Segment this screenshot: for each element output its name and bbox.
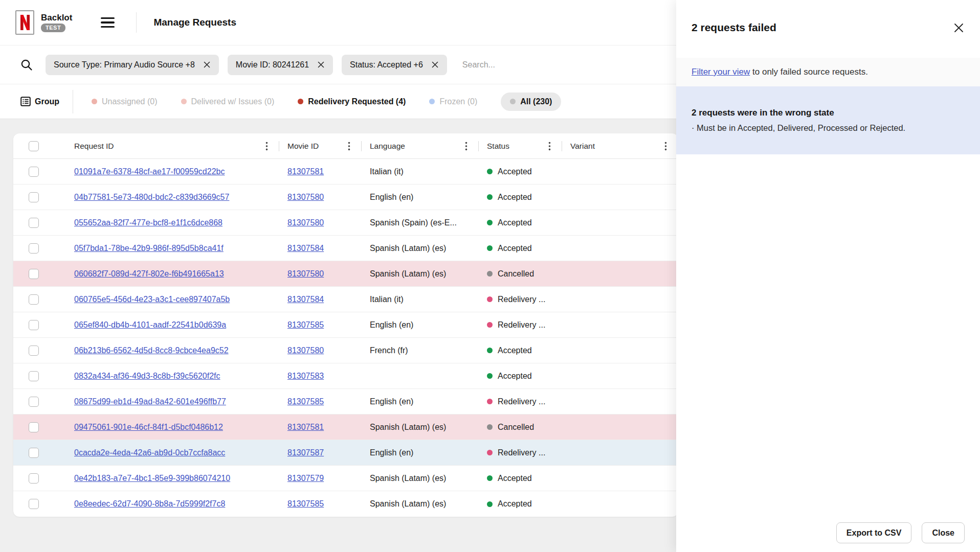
table-row[interactable]: 055652aa-82f7-477e-bcf8-e1f1c6dce868 813…	[13, 210, 678, 236]
wrong-state-info-box: 2 requests were in the wrong state · Mus…	[676, 86, 980, 154]
row-checkbox[interactable]	[29, 473, 39, 484]
row-checkbox[interactable]	[29, 422, 39, 432]
page-title: Manage Requests	[153, 17, 236, 28]
language-cell: Spanish (Latam) (es)	[362, 244, 479, 253]
filter-chip-status[interactable]: Status: Accepted +6	[342, 55, 447, 75]
group-list-icon	[20, 97, 31, 106]
column-menu-icon[interactable]	[347, 141, 351, 152]
request-id-link[interactable]: 0e8eedec-62d7-4090-8b8a-7d5999f2f7c8	[74, 499, 225, 508]
movie-id-link[interactable]: 81307584	[287, 244, 324, 252]
request-id-link[interactable]: 055652aa-82f7-477e-bcf8-e1f1c6dce868	[74, 218, 222, 227]
table-row[interactable]: 0832a434-af36-49d3-8c8b-f39c5620f2fc 813…	[13, 363, 678, 389]
status-cell: Accepted	[479, 346, 562, 355]
request-id-link[interactable]: 09475061-901e-46cf-84f1-d5bcf0486b12	[74, 423, 223, 431]
tab-redelivery-requested-4[interactable]: Redelivery Requested (4)	[298, 97, 406, 106]
row-checkbox[interactable]	[29, 192, 39, 202]
table-row[interactable]: 065ef840-db4b-4101-aadf-22541b0d639a 813…	[13, 312, 678, 338]
panel-close-button[interactable]	[953, 22, 965, 34]
row-checkbox[interactable]	[29, 243, 39, 254]
row-checkbox[interactable]	[29, 167, 39, 177]
status-label: Redelivery ...	[498, 448, 545, 457]
table-row[interactable]: 01091a7e-6378-48cf-ae17-f00959cd22bc 813…	[13, 159, 678, 185]
request-id-link[interactable]: 01091a7e-6378-48cf-ae17-f00959cd22bc	[74, 167, 225, 176]
table-row[interactable]: 09475061-901e-46cf-84f1-d5bcf0486b12 813…	[13, 415, 678, 440]
netflix-logo[interactable]	[15, 10, 34, 35]
tab-delivered-w-issues-0[interactable]: Delivered w/ Issues (0)	[181, 97, 275, 106]
request-id-link[interactable]: 0cacda2e-4eda-42a6-ab9d-0cb7ccfa8acc	[74, 448, 225, 457]
movie-id-link[interactable]: 81307584	[287, 295, 324, 304]
movie-id-link[interactable]: 81307580	[287, 346, 324, 355]
movie-id-link[interactable]: 81307579	[287, 474, 324, 482]
column-menu-icon[interactable]	[547, 141, 552, 152]
tab-frozen-0[interactable]: Frozen (0)	[429, 97, 477, 106]
movie-id-link[interactable]: 81307583	[287, 372, 324, 380]
movie-id-cell: 81307581	[279, 423, 362, 432]
movie-id-cell: 81307581	[279, 167, 362, 176]
request-id-link[interactable]: 060682f7-089d-427f-802e-f6b491665a13	[74, 269, 224, 278]
movie-id-link[interactable]: 81307580	[287, 218, 324, 227]
row-checkbox[interactable]	[29, 294, 39, 305]
row-checkbox[interactable]	[29, 499, 39, 509]
table-row[interactable]: 04b77581-5e73-480d-bdc2-c839d3669c57 813…	[13, 185, 678, 210]
filter-your-view-link[interactable]: Filter your view	[692, 67, 750, 77]
movie-id-link[interactable]: 81307585	[287, 397, 324, 406]
row-checkbox[interactable]	[29, 346, 39, 356]
table-row[interactable]: 05f7bda1-78be-42b9-986f-895d5b8ca41f 813…	[13, 236, 678, 261]
remove-filter-icon[interactable]	[203, 60, 211, 69]
request-id-cell: 01091a7e-6378-48cf-ae17-f00959cd22bc	[54, 167, 279, 176]
movie-id-link[interactable]: 81307581	[287, 423, 324, 431]
request-id-link[interactable]: 06b213b6-6562-4d5d-8cc8-9cbce4ea9c52	[74, 346, 229, 355]
table-row[interactable]: 08675d99-eb1d-49ad-8a42-601e496ffb77 813…	[13, 389, 678, 415]
request-id-link[interactable]: 0e42b183-a7e7-4bc1-85e9-399b86074210	[74, 474, 230, 482]
close-button[interactable]: Close	[922, 522, 965, 543]
table-row[interactable]: 0e42b183-a7e7-4bc1-85e9-399b86074210 813…	[13, 466, 678, 491]
request-id-cell: 055652aa-82f7-477e-bcf8-e1f1c6dce868	[54, 218, 279, 227]
row-checkbox[interactable]	[29, 371, 39, 381]
movie-id-link[interactable]: 81307580	[287, 193, 324, 201]
request-id-link[interactable]: 05f7bda1-78be-42b9-986f-895d5b8ca41f	[74, 244, 224, 252]
language-cell: Spanish (Latam) (es)	[362, 423, 479, 432]
row-checkbox[interactable]	[29, 218, 39, 228]
request-id-link[interactable]: 065ef840-db4b-4101-aadf-22541b0d639a	[74, 320, 226, 329]
movie-id-cell: 81307583	[279, 372, 362, 381]
select-all-checkbox[interactable]	[29, 141, 39, 151]
movie-id-link[interactable]: 81307580	[287, 269, 324, 278]
movie-id-link[interactable]: 81307585	[287, 320, 324, 329]
brand-block: Backlot TEST	[41, 13, 72, 32]
menu-button[interactable]	[101, 17, 115, 28]
filter-note-text: to only failed source requests.	[750, 67, 868, 77]
table-row[interactable]: 060682f7-089d-427f-802e-f6b491665a13 813…	[13, 261, 678, 287]
column-menu-icon[interactable]	[464, 141, 469, 152]
tab-status-dot	[298, 99, 303, 104]
movie-id-link[interactable]: 81307587	[287, 448, 324, 457]
column-header-movie-id: Movie ID	[279, 133, 362, 158]
search-input[interactable]: Search...	[462, 60, 495, 70]
row-checkbox[interactable]	[29, 448, 39, 458]
request-id-link[interactable]: 0832a434-af36-49d3-8c8b-f39c5620f2fc	[74, 372, 220, 380]
request-id-link[interactable]: 08675d99-eb1d-49ad-8a42-601e496ffb77	[74, 397, 226, 406]
tab-unassigned-0[interactable]: Unassigned (0)	[92, 97, 158, 106]
table-row[interactable]: 060765e5-456d-4e23-a3c1-cee897407a5b 813…	[13, 287, 678, 312]
row-checkbox[interactable]	[29, 320, 39, 330]
remove-filter-icon[interactable]	[317, 60, 325, 69]
table-row[interactable]: 0cacda2e-4eda-42a6-ab9d-0cb7ccfa8acc 813…	[13, 440, 678, 466]
row-checkbox[interactable]	[29, 397, 39, 407]
status-cell: Cancelled	[479, 269, 562, 279]
row-select-cell	[13, 338, 54, 363]
column-menu-icon[interactable]	[264, 141, 269, 152]
group-button[interactable]: Group	[20, 97, 59, 106]
movie-id-link[interactable]: 81307581	[287, 167, 324, 176]
table-row[interactable]: 0e8eedec-62d7-4090-8b8a-7d5999f2f7c8 813…	[13, 491, 678, 517]
export-to-csv-button[interactable]: Export to CSV	[836, 522, 912, 543]
request-id-link[interactable]: 04b77581-5e73-480d-bdc2-c839d3669c57	[74, 193, 229, 201]
tab-all-230[interactable]: All (230)	[501, 93, 561, 111]
table-row[interactable]: 06b213b6-6562-4d5d-8cc8-9cbce4ea9c52 813…	[13, 338, 678, 363]
filter-chip-source-type[interactable]: Source Type: Primary Audio Source +8	[46, 55, 219, 75]
column-menu-icon[interactable]	[663, 141, 668, 152]
filter-chip-movie-id[interactable]: Movie ID: 80241261	[228, 55, 333, 75]
request-id-link[interactable]: 060765e5-456d-4e23-a3c1-cee897407a5b	[74, 295, 230, 304]
remove-filter-icon[interactable]	[431, 60, 439, 69]
row-checkbox[interactable]	[29, 269, 39, 279]
movie-id-link[interactable]: 81307585	[287, 499, 324, 508]
column-header-label: Language	[370, 142, 405, 151]
